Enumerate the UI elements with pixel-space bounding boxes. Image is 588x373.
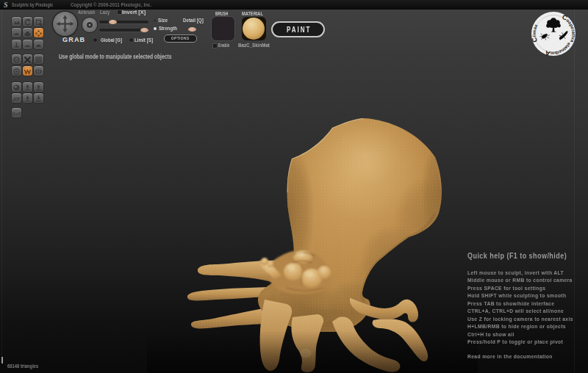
svg-text:GoZ: GoZ xyxy=(12,112,21,116)
